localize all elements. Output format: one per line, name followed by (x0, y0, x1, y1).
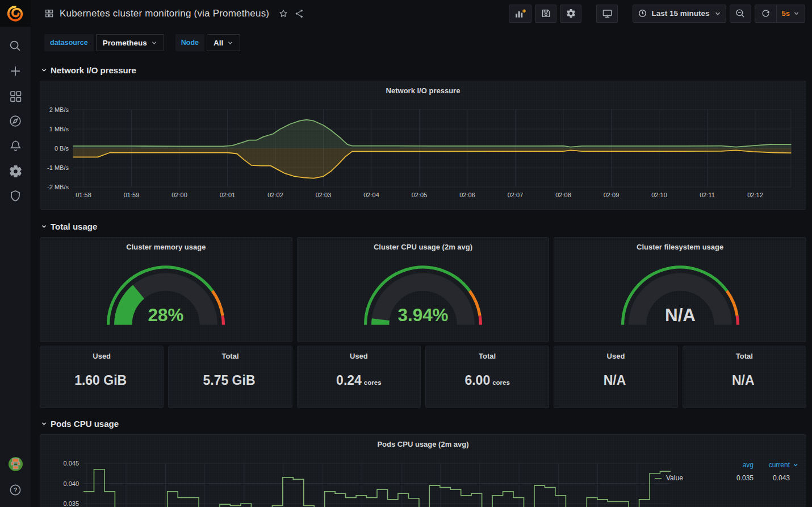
help-button[interactable]: ? (4, 482, 27, 498)
datasource-variable-dropdown[interactable]: Prometheus (96, 34, 164, 51)
node-variable-dropdown[interactable]: All (207, 34, 240, 51)
share-icon (294, 9, 304, 19)
compass-icon (8, 114, 23, 128)
svg-text:01:58: 01:58 (76, 192, 91, 198)
dashboard-squares-icon[interactable] (44, 9, 54, 18)
panel-title[interactable]: Pods CPU usage (2m avg) (40, 440, 806, 448)
time-range-label: Last 15 minutes (651, 9, 709, 18)
svg-text:?: ? (14, 487, 18, 493)
dashboard-content: Network I/O pressure Network I/O pressur… (31, 59, 812, 507)
panel-title[interactable]: Total (736, 352, 753, 360)
gear-icon (566, 8, 576, 19)
svg-text:N/A: N/A (665, 305, 696, 325)
sidebar-item-search[interactable] (4, 38, 27, 54)
navbar-left: Kubernetes cluster monitoring (via Prome… (44, 8, 304, 19)
sidebar: ? (0, 0, 31, 507)
svg-text:01:59: 01:59 (124, 192, 140, 198)
series-color-dash: — (655, 474, 662, 482)
panel-title[interactable]: Used (93, 352, 111, 360)
svg-text:-2 MB/s: -2 MB/s (47, 184, 69, 190)
chevron-down-icon (151, 40, 157, 46)
cycle-view-mode-button[interactable] (596, 5, 618, 23)
chevron-down-icon (793, 10, 800, 16)
network-io-panel: Network I/O pressure 2 MB/s1 MB/s0 B/s-1… (40, 81, 806, 210)
cluster-memory-gauge-panel: Cluster memory usage 28% (40, 237, 292, 342)
sidebar-bottom: ? (4, 456, 27, 507)
star-button[interactable] (278, 9, 288, 19)
save-dashboard-button[interactable] (535, 5, 556, 23)
stat-value: 0.24cores (336, 373, 381, 388)
clock-icon (638, 9, 647, 18)
submenu: datasource Prometheus Node All (31, 27, 812, 59)
sidebar-item-dashboards[interactable] (4, 88, 27, 104)
refresh-controls: 5s (755, 5, 805, 23)
cluster-cpu-gauge-panel: Cluster CPU usage (2m avg) 3.94% (297, 237, 550, 342)
dashboard-settings-button[interactable] (560, 5, 581, 23)
dashboard-title[interactable]: Kubernetes cluster monitoring (via Prome… (60, 8, 269, 19)
panel-title[interactable]: Cluster CPU usage (2m avg) (298, 243, 549, 251)
grafana-logo[interactable] (0, 0, 31, 27)
share-button[interactable] (294, 9, 304, 19)
refresh-interval-dropdown[interactable]: 5s (777, 5, 805, 22)
datasource-variable-value: Prometheus (103, 39, 147, 47)
panel-title[interactable]: Cluster memory usage (40, 243, 292, 251)
legend-sort-avg[interactable]: avg (717, 461, 754, 469)
navbar: Kubernetes cluster monitoring (via Prome… (31, 0, 812, 27)
grafana-logo-icon (6, 5, 24, 23)
sidebar-item-server-admin[interactable] (4, 188, 27, 204)
svg-text:02:03: 02:03 (316, 192, 332, 198)
sidebar-item-explore[interactable] (4, 113, 27, 129)
svg-text:0 B/s: 0 B/s (55, 145, 69, 152)
dashboards-grid-icon (9, 89, 23, 103)
panel-title[interactable]: Total (221, 352, 238, 360)
svg-text:0.040: 0.040 (63, 480, 79, 487)
stat-value: N/A (732, 373, 757, 388)
sidebar-nav (4, 38, 27, 204)
svg-text:02:02: 02:02 (267, 192, 283, 198)
svg-text:28%: 28% (148, 305, 184, 325)
datasource-variable-label: datasource (44, 34, 94, 51)
panel-title[interactable]: Network I/O pressure (40, 86, 806, 95)
sidebar-item-create[interactable] (4, 63, 27, 79)
time-range-picker[interactable]: Last 15 minutes (633, 5, 726, 23)
svg-text:02:08: 02:08 (555, 192, 571, 198)
refresh-button[interactable] (755, 5, 777, 22)
row-header-total-usage[interactable]: Total usage (41, 220, 806, 232)
memory-total-stat-panel: Total 5.75 GiB (168, 346, 292, 408)
svg-text:3.94%: 3.94% (398, 305, 449, 325)
cpu-gauge: 3.94% (358, 258, 488, 329)
gauge-row: Cluster memory usage 28% Cluster CPU usa… (40, 237, 806, 342)
sidebar-item-alerting[interactable] (4, 138, 27, 154)
zoom-out-icon (735, 8, 746, 19)
panel-title[interactable]: Used (607, 352, 625, 360)
row-header-network[interactable]: Network I/O pressure (41, 64, 806, 76)
zoom-out-button[interactable] (730, 5, 751, 23)
filesystem-gauge: N/A (615, 258, 746, 329)
cpu-used-stat-panel: Used 0.24cores (297, 346, 421, 408)
svg-text:-1 MB/s: -1 MB/s (47, 164, 69, 171)
stat-value: N/A (604, 373, 629, 388)
svg-text:0.045: 0.045 (63, 460, 79, 467)
section-title: Total usage (51, 222, 97, 231)
filesystem-used-stat-panel: Used N/A (554, 346, 677, 408)
sidebar-item-configuration[interactable] (4, 163, 27, 179)
user-avatar[interactable] (4, 456, 27, 472)
star-icon (278, 9, 288, 19)
panel-title[interactable]: Total (479, 352, 496, 360)
plus-icon (8, 64, 23, 78)
memory-gauge: 28% (101, 258, 231, 329)
add-panel-button[interactable] (509, 5, 531, 23)
panel-title[interactable]: Used (350, 352, 368, 360)
svg-text:02:04: 02:04 (363, 192, 379, 198)
chevron-down-icon (793, 462, 798, 468)
section-title: Pods CPU usage (51, 419, 119, 429)
chevron-down-icon (41, 223, 47, 230)
row-header-pods-cpu[interactable]: Pods CPU usage (41, 417, 806, 430)
stat-value: 1.60 GiB (74, 373, 129, 388)
panel-title[interactable]: Cluster filesystem usage (554, 243, 806, 251)
legend-avg-value: 0.035 (717, 474, 754, 482)
legend-series-toggle[interactable]: — Value (655, 474, 717, 482)
legend-sort-current[interactable]: current (754, 461, 790, 469)
chevron-down-icon (714, 10, 721, 17)
svg-text:1 MB/s: 1 MB/s (49, 126, 69, 132)
